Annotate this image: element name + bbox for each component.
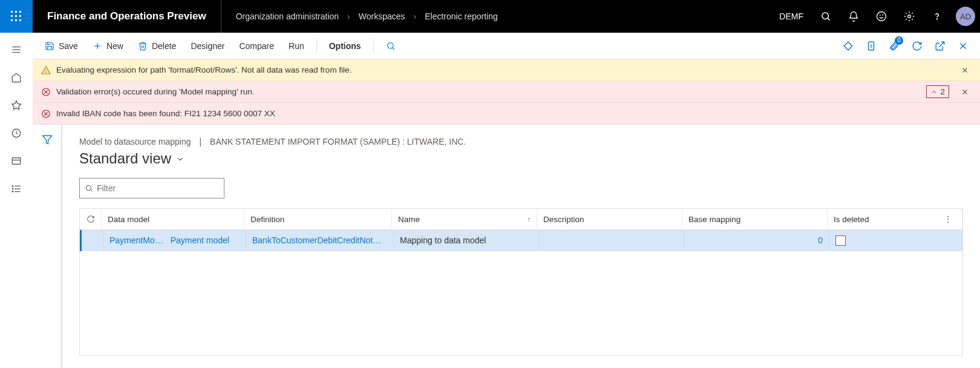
find-button[interactable]: [380, 38, 402, 54]
error-icon: [41, 87, 51, 97]
new-button[interactable]: New: [87, 38, 129, 54]
bell-icon[interactable]: [841, 0, 866, 33]
info-icon[interactable]: [860, 35, 882, 57]
new-label: New: [106, 41, 123, 51]
save-icon: [45, 41, 54, 51]
error-text: Validation error(s) occured during 'Mode…: [56, 87, 921, 96]
svg-line-36: [939, 42, 944, 47]
help-icon[interactable]: [924, 0, 950, 33]
svg-line-10: [828, 18, 829, 20]
error-bar: Invalid IBAN code has been found: FI21 1…: [33, 103, 980, 125]
svg-point-52: [86, 185, 91, 190]
error-count: 2: [940, 87, 945, 96]
close-icon[interactable]: [952, 35, 974, 57]
clock-icon[interactable]: [4, 121, 28, 145]
popout-icon[interactable]: [929, 35, 951, 57]
hamburger-icon[interactable]: [4, 38, 28, 62]
cell-is-deleted[interactable]: [829, 230, 962, 251]
cell-name[interactable]: Mapping to data model: [394, 230, 539, 251]
options-label: Options: [329, 41, 361, 51]
home-icon[interactable]: [4, 65, 28, 90]
toolbar-right: 0: [837, 35, 974, 57]
col-name[interactable]: Name↑: [392, 209, 537, 229]
error-text: Invalid IBAN code has been found: FI21 1…: [56, 109, 972, 118]
close-icon[interactable]: [958, 85, 972, 99]
save-button[interactable]: Save: [39, 38, 84, 54]
toolbar-separator: [373, 39, 374, 53]
error-expand[interactable]: 2: [926, 85, 949, 98]
page: Model to datasource mapping | BANK STATE…: [62, 125, 980, 368]
row-selector[interactable]: [82, 230, 103, 251]
run-button[interactable]: Run: [283, 38, 310, 54]
cell-definition[interactable]: BankToCustomerDebitCreditNot…: [246, 230, 394, 251]
page-crumbs: Model to datasource mapping | BANK STATE…: [79, 137, 963, 146]
svg-point-28: [12, 191, 13, 192]
close-icon[interactable]: [958, 64, 972, 77]
refresh-column[interactable]: [80, 209, 102, 229]
view-title: Standard view: [79, 150, 171, 167]
cell-base-mapping[interactable]: 0: [684, 230, 829, 251]
smile-icon[interactable]: [869, 0, 894, 33]
view-selector[interactable]: Standard view: [79, 150, 963, 167]
gear-icon[interactable]: [897, 0, 922, 33]
breadcrumb-item[interactable]: Electronic reporting: [425, 12, 498, 21]
warning-icon: [41, 65, 51, 75]
col-is-deleted[interactable]: Is deleted⋮: [828, 209, 962, 229]
attach-badge: 0: [895, 36, 903, 45]
plus-icon: [93, 41, 102, 51]
waffle-launcher[interactable]: [0, 0, 33, 33]
svg-marker-51: [42, 136, 51, 144]
chevron-down-icon: [176, 155, 185, 163]
filter-input[interactable]: [97, 183, 219, 193]
svg-point-14: [908, 15, 911, 18]
designer-button[interactable]: Designer: [185, 38, 230, 54]
more-icon[interactable]: ⋮: [940, 214, 956, 224]
cell-data-model[interactable]: PaymentMo… Payment model: [103, 230, 246, 251]
avatar[interactable]: AD: [956, 7, 975, 26]
col-data-model[interactable]: Data model: [102, 209, 244, 229]
delete-button[interactable]: Delete: [132, 38, 182, 54]
col-base-mapping[interactable]: Base mapping: [682, 209, 828, 229]
compare-label: Compare: [239, 41, 274, 51]
crumb-label: Model to datasource mapping: [79, 137, 191, 146]
module-icon[interactable]: [4, 149, 28, 173]
svg-rect-0: [11, 11, 13, 13]
header: Finance and Operations Preview Organizat…: [0, 0, 980, 33]
diamond-icon[interactable]: [837, 35, 859, 57]
svg-point-9: [822, 13, 829, 19]
svg-point-40: [45, 71, 46, 72]
breadcrumb-item[interactable]: Organization administration: [236, 12, 339, 21]
svg-point-15: [936, 19, 937, 19]
star-icon[interactable]: [4, 93, 28, 117]
breadcrumbs: Organization administration › Workspaces…: [221, 12, 780, 21]
search-icon[interactable]: [813, 0, 838, 33]
compare-button[interactable]: Compare: [233, 38, 280, 54]
options-button[interactable]: Options: [323, 38, 367, 54]
svg-point-11: [877, 12, 886, 21]
filter-box[interactable]: [79, 178, 224, 199]
trash-icon: [138, 41, 148, 51]
search-icon: [386, 41, 396, 51]
filter-icon[interactable]: [42, 134, 53, 368]
refresh-icon[interactable]: [906, 35, 928, 57]
breadcrumb-item[interactable]: Workspaces: [359, 12, 405, 21]
cell-description[interactable]: [539, 230, 684, 251]
toolbar: Save New Delete Designer Compare Run Opt…: [33, 33, 980, 59]
toolbar-separator: [316, 39, 317, 53]
error-bar: Validation error(s) occured during 'Mode…: [33, 81, 980, 103]
attach-icon[interactable]: 0: [883, 35, 905, 57]
col-description[interactable]: Description: [537, 209, 682, 229]
svg-rect-6: [11, 19, 13, 21]
table-row[interactable]: PaymentMo… Payment model BankToCustomerD…: [80, 230, 962, 251]
nav-rail: [0, 33, 33, 368]
svg-line-53: [91, 190, 93, 192]
col-definition[interactable]: Definition: [244, 209, 392, 229]
main: Save New Delete Designer Compare Run Opt…: [33, 33, 980, 368]
list-icon[interactable]: [4, 177, 28, 201]
run-label: Run: [289, 41, 304, 51]
company-code[interactable]: DEMF: [779, 12, 803, 21]
svg-rect-1: [15, 11, 17, 13]
svg-rect-3: [11, 15, 13, 17]
checkbox[interactable]: [835, 235, 846, 246]
designer-label: Designer: [191, 41, 224, 51]
